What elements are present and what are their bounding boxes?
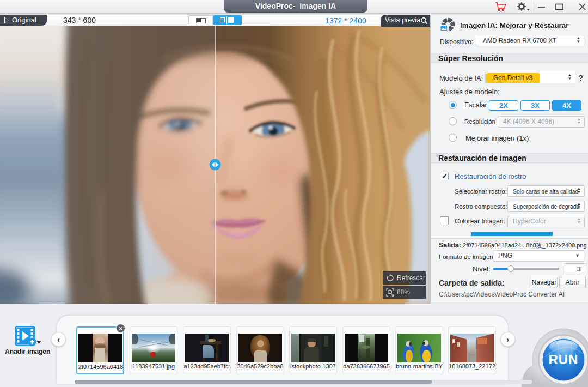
svg-text:RUN: RUN (549, 352, 579, 367)
